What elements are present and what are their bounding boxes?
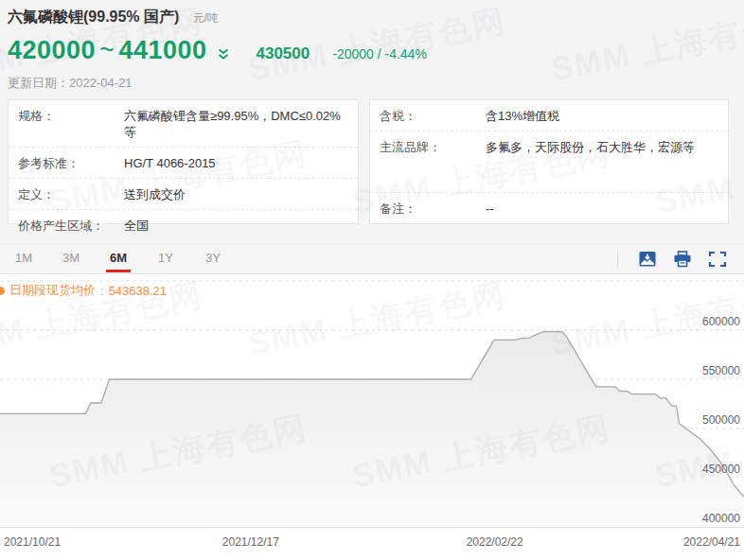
tab-6m[interactable]: 6M [95,244,142,274]
info-row-spec: 规格： 六氟磷酸锂含量≥99.95%，DMC≤0.02%等 [9,100,358,147]
price-chart[interactable]: 日期段现货均价 : 543638.21 60000055000050000045… [0,274,744,560]
spec-info-card: 规格： 六氟磷酸锂含量≥99.95%，DMC≤0.02%等 参考标准： HG/T… [8,99,359,224]
range-tabs: 1M 3M 6M 1Y 3Y [0,244,237,274]
legend-label: 日期段现货均价 [9,282,96,299]
update-date-label: 更新日期： [8,76,69,90]
average-price: 430500 [257,44,310,63]
page-title: 六氟磷酸锂(99.95% 国产) [8,8,179,27]
info-label: 主流品牌： [380,139,486,155]
toolbar-divider [617,251,618,268]
info-value: 六氟磷酸锂含量≥99.95%，DMC≤0.02%等 [124,108,348,140]
x-axis-label: 2021/10/21 [4,535,61,549]
x-axis-label: 2021/12/17 [222,535,279,549]
fullscreen-icon[interactable] [708,251,727,268]
tab-1y[interactable]: 1Y [142,244,189,274]
info-label: 价格产生区域： [18,218,124,234]
y-axis-label: 550000 [702,364,740,377]
info-row-definition: 定义： 送到成交价 [9,178,358,209]
info-label: 参考标准： [18,155,124,171]
x-axis-label: 2022/04/21 [683,535,740,549]
tab-1m[interactable]: 1M [0,244,47,274]
info-value: 含13%增值税 [486,108,559,124]
y-axis-label: 600000 [702,315,740,328]
tab-3y[interactable]: 3Y [189,244,237,274]
price-down-icon [217,48,230,61]
price-range: 420000~441000 [8,36,207,65]
chart-legend[interactable]: 日期段现货均价 : 543638.21 [0,282,167,299]
chart-canvas[interactable]: 6000005500005000004500004000002021/10/21… [0,274,744,560]
info-label: 备注： [380,201,486,217]
info-value: HG/T 4066-2015 [124,155,216,171]
info-label: 定义： [18,186,124,202]
y-axis-label: 500000 [702,413,740,427]
header: 六氟磷酸锂(99.95% 国产) 元/吨 420000~441000 43050… [8,8,736,92]
y-axis-label: 400000 [702,512,740,525]
info-value: -- [486,201,494,217]
price-change: -20000 / -4.44% [332,46,427,61]
price-unit: 元/吨 [192,10,218,26]
legend-marker-icon [0,287,5,295]
update-date-value: 2022-04-21 [69,76,133,90]
price-tilde: ~ [96,36,118,64]
legend-separator: : [100,284,104,298]
chart-toolbar: 1M 3M 6M 1Y 3Y [0,244,744,274]
update-date-row: 更新日期：2022-04-21 [8,75,736,92]
x-axis-label: 2022/02/22 [467,535,523,549]
info-value: 送到成交价 [124,186,186,202]
price-detail-page: 六氟磷酸锂(99.95% 国产) 元/吨 420000~441000 43050… [0,0,744,560]
info-row-remark: 备注： -- [370,192,728,223]
info-row-tax: 含税： 含13%增值税 [370,100,728,131]
info-label: 含税： [380,108,486,124]
price-high: 441000 [118,36,206,64]
info-value: 全国 [124,218,149,234]
print-icon[interactable] [673,251,692,268]
legend-value: 543638.21 [109,284,167,298]
info-row-region: 价格产生区域： 全国 [9,209,358,240]
price-low: 420000 [8,36,96,64]
tab-3m[interactable]: 3M [47,244,95,274]
info-label: 规格： [18,108,124,124]
info-row-brands: 主流品牌： 多氟多，天际股份，石大胜华，宏源等 [370,131,728,192]
tax-brand-card: 含税： 含13%增值税 主流品牌： 多氟多，天际股份，石大胜华，宏源等 备注： … [369,99,729,224]
y-axis-label: 450000 [702,463,740,476]
info-value: 多氟多，天际股份，石大胜华，宏源等 [486,139,695,155]
info-row-standard: 参考标准： HG/T 4066-2015 [9,147,358,178]
save-image-icon[interactable] [638,251,657,268]
